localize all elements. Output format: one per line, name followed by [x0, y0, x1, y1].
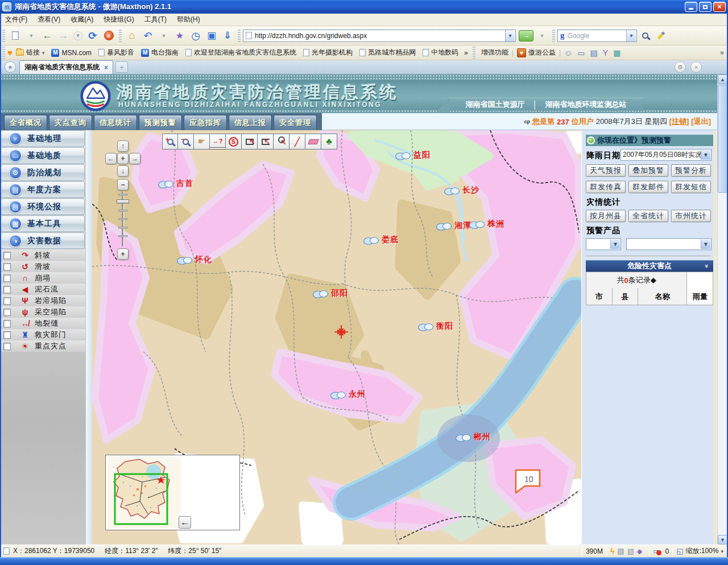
layer-checkbox[interactable] [3, 297, 11, 305]
search-placeholder[interactable]: Google [568, 32, 590, 40]
maxthon-charity-button[interactable]: ♥傲游公益 [514, 48, 559, 57]
search-button[interactable] [638, 28, 652, 43]
history-caret-button[interactable]: ▾ [73, 31, 82, 40]
menu-file[interactable]: 文件(F) [0, 13, 32, 26]
pan-up-button[interactable]: ↑ [117, 140, 129, 152]
warning-analysis-button[interactable]: 预警分析 [671, 164, 711, 177]
menu-tools[interactable]: 工具(T) [139, 13, 172, 26]
bookmark-radio[interactable]: M电台指南 [138, 48, 182, 57]
window-tool-icon[interactable]: ▭ [577, 48, 585, 57]
rect-deselect-button[interactable]: ↖ [258, 134, 274, 149]
toolbar-grip[interactable] [2, 30, 5, 42]
minimize-button[interactable] [685, 2, 697, 12]
city-marker[interactable]: 湘潭 [436, 221, 471, 231]
mass-email-button[interactable]: 群发邮件 [628, 181, 668, 193]
city-marker[interactable]: 吉首 [158, 178, 193, 189]
collapse-panel-icon[interactable]: » [704, 264, 710, 268]
pan-down-button[interactable]: ↓ [117, 165, 129, 177]
scroll-up-button[interactable]: ▲ [718, 74, 727, 84]
nav-tab-emergency[interactable]: 应急指挥 [184, 115, 227, 130]
layer-checkbox[interactable] [3, 275, 11, 282]
forward-button[interactable]: → [56, 28, 71, 43]
undo-caret[interactable]: ▾ [156, 28, 171, 43]
sidebar-item-base-geology[interactable]: ▭基础地质 [1, 147, 85, 164]
city-marker[interactable]: 永州 [330, 389, 366, 400]
circle-select-button[interactable]: ↖ [274, 134, 289, 149]
stop-button[interactable]: × [101, 28, 116, 43]
mass-sms-button[interactable]: 群发短信 [671, 181, 711, 193]
history-clock-button[interactable]: ◷ [188, 28, 203, 43]
menu-groups[interactable]: 快捷组(G) [98, 13, 139, 26]
highlight-button[interactable] [653, 28, 668, 43]
sidebar-splitter[interactable] [85, 130, 92, 545]
link-geo-monitor[interactable]: 湖南省地质环境监测总站 [545, 99, 627, 110]
link-land-resources[interactable]: 湖南省国土资源厅 [465, 99, 524, 110]
collapse-toolbar-button[interactable]: » [719, 51, 727, 55]
nav-tab-query[interactable]: 灾点查询 [49, 115, 92, 130]
resize-icon[interactable]: ◱ [676, 547, 683, 555]
toolbar-grip-3[interactable] [238, 30, 241, 42]
scroll-down-button[interactable]: ▼ [718, 535, 727, 545]
sidebar-item-prevention-plan[interactable]: ⚙防治规划 [1, 164, 85, 181]
scale-button[interactable]: S [226, 134, 242, 149]
sidebar-item-basic-tools[interactable]: ▦基本工具 [1, 215, 85, 232]
restore-button[interactable] [699, 2, 712, 12]
weather-forecast-button[interactable]: 天气预报 [586, 164, 626, 177]
vertical-scrollbar[interactable]: ▲ ▼ [717, 74, 727, 545]
tab-star-button[interactable]: ★ [5, 61, 16, 73]
zoom-caret-icon[interactable]: ▾ [721, 549, 723, 554]
go-caret[interactable]: ▾ [535, 28, 549, 43]
rain-date-select[interactable]: 2007年05月05日08时实况▼ [621, 149, 712, 161]
tab-settings-button[interactable]: ⚙ [675, 61, 686, 73]
zoom-out-button[interactable]: − [178, 134, 194, 149]
measure-button[interactable]: ↔? [210, 134, 226, 149]
favorites-heart-icon[interactable]: ♥ [7, 48, 13, 57]
search-box[interactable]: g Google ▾ [557, 30, 637, 42]
new-window-icon[interactable]: ▧ [627, 547, 634, 555]
city-marker[interactable]: 邵阳 [312, 288, 348, 298]
danger-points-header[interactable]: 危险性灾害点 » [586, 260, 713, 272]
scroll-thumb[interactable] [718, 85, 727, 193]
go-button[interactable]: → [519, 30, 533, 41]
notes-icon[interactable]: ▤ [590, 48, 598, 57]
address-url[interactable]: http://dzzh.hndh.gov.cn/gridweb.aspx [255, 32, 367, 40]
city-marker[interactable]: 怀化 [176, 255, 212, 265]
exit-link[interactable]: [退出] [691, 117, 711, 127]
eraser-button[interactable] [305, 134, 321, 149]
boost-icon[interactable]: ϟ [610, 547, 614, 556]
nav-tab-forecast[interactable]: 预测预警 [139, 115, 182, 130]
province-stats-button[interactable]: 全省统计 [628, 210, 668, 222]
menu-help[interactable]: 帮助(H) [172, 13, 205, 26]
overview-map[interactable]: ← [105, 455, 240, 530]
legend-tree-button[interactable]: ♣ [321, 134, 337, 149]
toolbar-grip-4[interactable] [552, 30, 555, 42]
zoom-slider-plus-button[interactable]: + [117, 248, 129, 260]
city-marker[interactable]: 郴州 [455, 432, 491, 442]
overlay-warning-button[interactable]: 叠加预警 [628, 164, 668, 177]
zoom-slider-handle[interactable] [117, 200, 129, 203]
close-button[interactable]: × [713, 2, 726, 12]
pan-left-button[interactable]: ← [105, 153, 117, 164]
contacts-icon[interactable]: ☺ [564, 48, 572, 57]
zoom-in-button[interactable]: + [162, 134, 178, 149]
toolbar-grip-2[interactable] [119, 30, 122, 42]
search-dropdown-icon[interactable]: ▾ [626, 30, 636, 41]
redline-button[interactable]: ╱ [289, 134, 305, 149]
layer-checkbox[interactable] [3, 309, 11, 316]
bookmarks-overflow-button[interactable]: » [464, 49, 468, 57]
magic-wand-button[interactable]: ★ [172, 28, 187, 43]
layer-checkbox[interactable] [3, 286, 11, 293]
address-dropdown-icon[interactable]: ▾ [505, 30, 515, 41]
bookmark-hunan-site[interactable]: 欢迎登陆湖南省地质灾害信息系统 [182, 48, 300, 57]
pan-right-button[interactable]: → [129, 153, 140, 164]
proxy-icon[interactable]: ▤ [617, 547, 624, 555]
refresh-button[interactable]: ⟳ [85, 28, 100, 43]
address-bar[interactable]: http://dzzh.hndh.gov.cn/gridweb.aspx ▾ [243, 30, 516, 42]
layer-checkbox[interactable] [3, 320, 11, 327]
undo-button[interactable]: ↶ [140, 28, 155, 43]
back-button[interactable]: ← [40, 28, 55, 43]
tab-closeall-button[interactable]: × [690, 61, 702, 73]
layer-checkbox[interactable] [3, 343, 11, 350]
zoom-slider-minus-button[interactable]: − [117, 179, 129, 190]
sidebar-item-disaster-data[interactable]: ◑灾害数据 [1, 232, 85, 249]
